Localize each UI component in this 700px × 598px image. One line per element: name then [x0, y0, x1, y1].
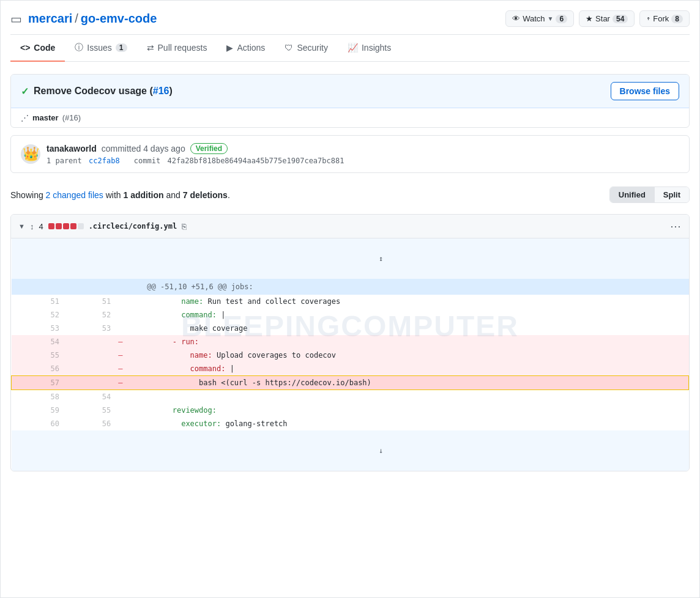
- browse-files-button[interactable]: Browse files: [611, 82, 679, 100]
- line-content: [142, 390, 688, 404]
- unified-view-button[interactable]: Unified: [610, 187, 655, 202]
- diff-stat-bar: [48, 223, 84, 229]
- branch-name: master: [32, 113, 59, 122]
- tab-issues[interactable]: ⓘ Issues 1: [65, 35, 136, 62]
- del-marker: –: [114, 349, 142, 362]
- chevron-down-icon: ▼: [548, 15, 554, 22]
- tab-code-label: Code: [34, 43, 55, 53]
- split-view-button[interactable]: Split: [655, 187, 689, 202]
- eye-icon: 👁: [512, 14, 520, 23]
- tab-pull-requests[interactable]: ⇄ Pull requests: [137, 35, 217, 62]
- star-label: Star: [595, 14, 610, 23]
- del-marker: –: [114, 376, 142, 390]
- file-diff-header-left: ▼ ↕ 4 .circleci/config.yml ⎘: [18, 222, 187, 231]
- copy-icon[interactable]: ⎘: [182, 222, 187, 231]
- old-line-54: 54: [12, 335, 63, 349]
- repo-title: ▭ mercari / go-emv-code: [10, 12, 157, 26]
- code-icon: <>: [20, 43, 30, 53]
- old-line-60: 60: [12, 417, 63, 430]
- fork-count: 8: [671, 15, 683, 23]
- repo-header: ▭ mercari / go-emv-code 👁 Watch ▼ 6 ★ St…: [10, 1, 690, 35]
- lines-changed-count: 4: [39, 222, 43, 231]
- actions-icon: ▶: [226, 43, 233, 53]
- commit-header: ✓ Remove Codecov usage (#16) Browse file…: [11, 75, 689, 108]
- star-count: 54: [612, 15, 628, 23]
- collapse-button[interactable]: ▼: [18, 223, 25, 230]
- line-content: make coverage: [142, 322, 688, 335]
- commit-info: tanakaworld committed 4 days ago Verifie…: [47, 143, 679, 165]
- commit-label: commit: [134, 157, 160, 165]
- file-path: .circleci/config.yml: [89, 222, 177, 231]
- parent-hash[interactable]: cc2fab8: [89, 157, 120, 165]
- issues-icon: ⓘ: [75, 42, 83, 53]
- diff-summary-text: Showing 2 changed files with 1 addition …: [10, 190, 230, 200]
- star-button[interactable]: ★ Star 54: [579, 10, 635, 27]
- commit-hash-line: 1 parent cc2fab8 commit 42fa28bf818be864…: [47, 157, 679, 165]
- pull-requests-icon: ⇄: [147, 43, 154, 53]
- tab-insights-label: Insights: [362, 43, 391, 53]
- marker: [114, 308, 142, 322]
- fork-button[interactable]: ￪ Fork 8: [639, 10, 690, 27]
- watch-button[interactable]: 👁 Watch ▼ 6: [505, 10, 574, 27]
- pr-link[interactable]: #16: [153, 86, 169, 96]
- diff-table: ↕ @@ -51,10 +51,6 @@ jobs: 51 51: [11, 238, 689, 471]
- old-line-52: 52: [12, 308, 63, 322]
- file-diff-header: ▼ ↕ 4 .circleci/config.yml ⎘ ⋯: [11, 215, 689, 238]
- lines-changed-icon: ↕: [30, 222, 34, 231]
- line-content: bash <(curl -s https://codecov.io/bash): [142, 376, 688, 390]
- file-diff-menu-button[interactable]: ⋯: [670, 220, 682, 233]
- old-line-58: 58: [12, 390, 63, 404]
- table-row: 53 53 make coverage: [12, 322, 689, 335]
- table-row: 55 – name: Upload coverages to codecov: [12, 349, 689, 362]
- del-sq-4: [70, 223, 76, 229]
- org-name-link[interactable]: mercari: [28, 12, 72, 26]
- del-sq-1: [48, 223, 54, 229]
- marker: [114, 295, 142, 308]
- expand-icon-top: ↕: [379, 254, 383, 263]
- old-line-53: 53: [12, 322, 63, 335]
- line-content: name: Upload coverages to codecov: [142, 349, 688, 362]
- deletions-count: 7 deletions: [183, 190, 228, 200]
- table-row: 59 55 reviewdog:: [12, 404, 689, 417]
- tab-security[interactable]: 🛡 Security: [275, 35, 338, 62]
- del-marker: –: [114, 335, 142, 349]
- tab-actions[interactable]: ▶ Actions: [217, 35, 275, 62]
- star-icon: ★: [586, 14, 593, 23]
- new-line-54: [63, 335, 114, 349]
- author-line: tanakaworld committed 4 days ago Verifie…: [47, 143, 679, 154]
- separator: /: [75, 12, 78, 26]
- old-line-56: 56: [12, 362, 63, 376]
- table-row: 51 51 name: Run test and collect coverag…: [12, 295, 689, 308]
- new-line-57: [63, 376, 114, 390]
- del-sq-3: [63, 223, 69, 229]
- del-sq-2: [56, 223, 62, 229]
- line-content: command: |: [142, 362, 688, 376]
- line-content: command: |: [142, 308, 688, 322]
- tab-code[interactable]: <> Code: [10, 35, 65, 62]
- repo-name-link[interactable]: go-emv-code: [81, 12, 157, 26]
- watch-count: 6: [556, 15, 567, 23]
- fork-icon: ￪: [646, 14, 650, 23]
- table-row: 52 52 command: |: [12, 308, 689, 322]
- expand-bottom-btn[interactable]: ↓: [12, 430, 689, 471]
- old-line-51: 51: [12, 295, 63, 308]
- expand-row-top: ↕: [12, 238, 689, 279]
- table-row: 58 54: [12, 390, 689, 404]
- file-diff: ▼ ↕ 4 .circleci/config.yml ⎘ ⋯: [10, 214, 690, 471]
- diff-hunk-header: @@ -51,10 +51,6 @@ jobs:: [12, 279, 689, 295]
- period: .: [228, 190, 230, 200]
- old-line-55: 55: [12, 349, 63, 362]
- marker: [114, 417, 142, 430]
- tab-actions-label: Actions: [237, 43, 265, 53]
- check-icon: ✓: [21, 86, 29, 97]
- author-name[interactable]: tanakaworld: [47, 144, 97, 153]
- expand-icon-bottom: ↓: [379, 446, 383, 455]
- diff-view-buttons: Unified Split: [609, 186, 690, 203]
- table-row: 60 56 executor: golang-stretch: [12, 417, 689, 430]
- repo-actions: 👁 Watch ▼ 6 ★ Star 54 ￪ Fork 8: [505, 10, 690, 27]
- expand-top-btn[interactable]: ↕: [12, 238, 689, 279]
- changed-files-link[interactable]: 2 changed files: [46, 190, 103, 200]
- new-line-56b: 56: [63, 417, 114, 430]
- tab-insights[interactable]: 📈 Insights: [338, 35, 401, 62]
- avatar: 👑: [21, 144, 40, 164]
